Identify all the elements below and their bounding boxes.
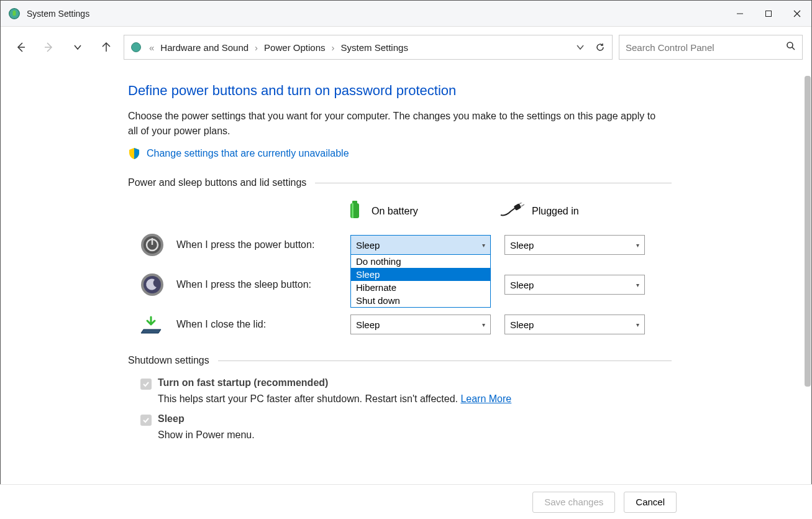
address-bar[interactable]: « Hardware and Sound › Power Options › S…: [124, 35, 613, 60]
toolbar: « Hardware and Sound › Power Options › S…: [1, 27, 811, 68]
svg-rect-15: [514, 203, 522, 211]
search-icon[interactable]: [786, 41, 796, 53]
fast-startup-desc: This helps start your PC faster after sh…: [158, 393, 672, 405]
dropdown-option-hibernate[interactable]: Hibernate: [351, 281, 490, 294]
svg-rect-3: [766, 11, 772, 16]
plug-icon: [500, 203, 524, 220]
svg-point-10: [787, 42, 793, 48]
search-input[interactable]: [626, 42, 786, 53]
sleep-button-label: When I press the sleep button:: [176, 279, 350, 290]
dropdown-list: Do nothing Sleep Hibernate Shut down: [350, 254, 491, 308]
breadcrumb-power-options[interactable]: Power Options: [264, 42, 325, 53]
titlebar: System Settings: [1, 1, 811, 27]
chevron-down-icon: ▾: [482, 242, 485, 249]
scrollbar[interactable]: [805, 76, 811, 387]
sleep-button-plugged-dropdown[interactable]: Sleep▾: [504, 275, 645, 295]
power-button-icon: [139, 232, 165, 258]
learn-more-link[interactable]: Learn More: [460, 393, 511, 404]
chevron-down-icon: ▾: [636, 282, 639, 288]
sleep-button-icon: [139, 272, 165, 298]
up-button[interactable]: [95, 36, 117, 58]
fast-startup-label: Turn on fast startup (recommended): [158, 377, 328, 388]
fast-startup-checkbox[interactable]: [140, 379, 152, 390]
page-title: Define power buttons and turn on passwor…: [128, 83, 672, 99]
section-header-label: Shutdown settings: [128, 355, 209, 366]
power-button-plugged-dropdown[interactable]: Sleep▾: [504, 235, 645, 255]
chevron-down-icon: ▾: [636, 321, 639, 328]
svg-point-9: [132, 43, 141, 52]
chevron-right-icon: ›: [332, 42, 335, 53]
chevron-down-icon: ▾: [482, 321, 485, 328]
col-plugged-label: Plugged in: [532, 206, 579, 217]
chevron-down-icon: ▾: [636, 242, 639, 249]
refresh-button[interactable]: [593, 40, 607, 54]
shield-icon: [128, 147, 140, 160]
back-button[interactable]: [9, 36, 32, 58]
power-button-label: When I press the power button:: [176, 239, 350, 250]
change-settings-link[interactable]: Change settings that are currently unava…: [147, 148, 349, 159]
footer: Save changes Cancel: [0, 484, 812, 519]
address-dropdown-button[interactable]: [573, 40, 587, 54]
save-changes-button[interactable]: Save changes: [532, 492, 615, 513]
close-lid-label: When I close the lid:: [176, 319, 350, 330]
close-lid-battery-dropdown[interactable]: Sleep▾: [350, 315, 491, 334]
section-header-shutdown: Shutdown settings: [128, 355, 672, 366]
svg-rect-14: [352, 203, 354, 218]
section-header-label: Power and sleep buttons and lid settings: [128, 177, 306, 188]
forward-button[interactable]: [38, 36, 60, 58]
window-title: System Settings: [27, 9, 726, 19]
svg-rect-1: [13, 11, 16, 16]
app-icon: [8, 7, 21, 20]
dropdown-option-do-nothing[interactable]: Do nothing: [351, 255, 490, 268]
search-box[interactable]: [619, 35, 803, 60]
sleep-option-desc: Show in Power menu.: [158, 429, 672, 441]
close-button[interactable]: [783, 1, 811, 27]
breadcrumb-system-settings[interactable]: System Settings: [341, 42, 408, 53]
dropdown-option-shut-down[interactable]: Shut down: [351, 294, 490, 307]
power-button-row: When I press the power button: Sleep▾ Do…: [128, 232, 672, 258]
minimize-button[interactable]: [726, 1, 754, 27]
sleep-option-label: Sleep: [158, 413, 185, 425]
dropdown-option-sleep[interactable]: Sleep: [351, 268, 490, 281]
section-header-power-sleep: Power and sleep buttons and lid settings: [128, 177, 672, 188]
maximize-button[interactable]: [754, 1, 783, 27]
page-intro: Choose the power settings that you want …: [128, 109, 656, 139]
close-lid-plugged-dropdown[interactable]: Sleep▾: [504, 315, 645, 334]
breadcrumb-overflow[interactable]: «: [149, 42, 154, 53]
close-lid-row: When I close the lid: Sleep▾ Sleep▾: [128, 311, 672, 338]
svg-line-17: [521, 204, 524, 206]
col-battery-label: On battery: [372, 206, 418, 217]
battery-icon: [345, 200, 364, 223]
breadcrumb-hardware[interactable]: Hardware and Sound: [160, 42, 249, 53]
address-icon: [129, 40, 143, 54]
recent-locations-button[interactable]: [66, 36, 89, 58]
sleep-checkbox[interactable]: [140, 415, 152, 426]
cancel-button[interactable]: Cancel: [624, 492, 677, 513]
content-area: Define power buttons and turn on passwor…: [1, 68, 672, 441]
laptop-lid-icon: [139, 311, 165, 338]
svg-line-11: [792, 47, 795, 50]
svg-line-16: [519, 203, 522, 204]
power-button-battery-dropdown[interactable]: Sleep▾ Do nothing Sleep Hibernate Shut d…: [350, 235, 491, 255]
chevron-right-icon: ›: [255, 42, 258, 53]
